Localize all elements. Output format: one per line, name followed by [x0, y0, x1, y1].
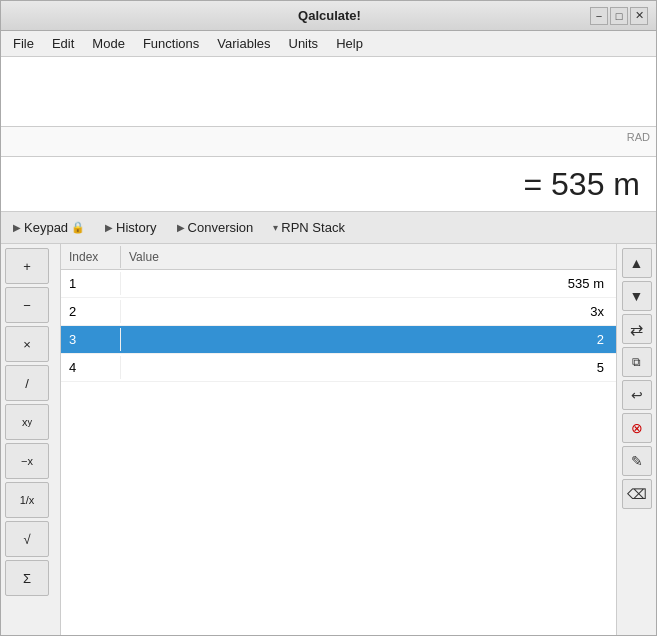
left-panel: + − × / xy −x 1/x √ Σ: [1, 244, 61, 635]
btn-undo[interactable]: ↩: [622, 380, 652, 410]
table-body: 1 535 m 2 3x 3 2 4 5: [61, 270, 616, 635]
table-header: Index Value: [61, 244, 616, 270]
tab-history-label: History: [116, 220, 156, 235]
btn-delete[interactable]: ⌫: [622, 479, 652, 509]
btn-reciprocal[interactable]: 1/x: [5, 482, 49, 518]
table-row[interactable]: 1 535 m: [61, 270, 616, 298]
btn-sqrt[interactable]: √: [5, 521, 49, 557]
main-window: Qalculate! − □ ✕ File Edit Mode Function…: [0, 0, 657, 636]
conversion-arrow: ▶: [177, 222, 185, 233]
rpnstack-arrow: ▾: [273, 222, 278, 233]
table-area: Index Value 1 535 m 2 3x 3 2 4 5: [61, 244, 616, 635]
menu-edit[interactable]: Edit: [44, 33, 82, 54]
cell-value-1: 535 m: [121, 272, 616, 295]
btn-swap[interactable]: ⇄: [622, 314, 652, 344]
cell-value-2: 3x: [121, 300, 616, 323]
cell-value-4: 5: [121, 356, 616, 379]
restore-button[interactable]: □: [610, 7, 628, 25]
window-controls: − □ ✕: [590, 7, 648, 25]
btn-down[interactable]: ▼: [622, 281, 652, 311]
btn-up[interactable]: ▲: [622, 248, 652, 278]
btn-sum[interactable]: Σ: [5, 560, 49, 596]
input-area: [1, 57, 656, 127]
btn-multiply[interactable]: ×: [5, 326, 49, 362]
result-value: = 535 m: [523, 166, 640, 203]
btn-edit[interactable]: ✎: [622, 446, 652, 476]
tab-rpnstack[interactable]: ▾ RPN Stack: [269, 216, 349, 239]
cell-value-3: 2: [121, 328, 616, 351]
menu-variables[interactable]: Variables: [209, 33, 278, 54]
table-row[interactable]: 3 2: [61, 326, 616, 354]
tab-conversion[interactable]: ▶ Conversion: [173, 216, 258, 239]
btn-copy[interactable]: ⧉: [622, 347, 652, 377]
cell-index-4: 4: [61, 356, 121, 379]
table-row[interactable]: 4 5: [61, 354, 616, 382]
btn-negate[interactable]: −x: [5, 443, 49, 479]
keypad-arrow: ▶: [13, 222, 21, 233]
menu-mode[interactable]: Mode: [84, 33, 133, 54]
cell-index-1: 1: [61, 272, 121, 295]
close-button[interactable]: ✕: [630, 7, 648, 25]
btn-minus[interactable]: −: [5, 287, 49, 323]
rad-label: RAD: [627, 131, 650, 143]
expression-input[interactable]: [7, 61, 650, 122]
menu-functions[interactable]: Functions: [135, 33, 207, 54]
menu-units[interactable]: Units: [281, 33, 327, 54]
btn-power[interactable]: xy: [5, 404, 49, 440]
menu-help[interactable]: Help: [328, 33, 371, 54]
btn-divide[interactable]: /: [5, 365, 49, 401]
tab-conversion-label: Conversion: [188, 220, 254, 235]
result-display: = 535 m: [1, 157, 656, 212]
rad-bar: RAD: [1, 127, 656, 157]
window-title: Qalculate!: [69, 8, 590, 23]
cell-index-2: 2: [61, 300, 121, 323]
main-content: + − × / xy −x 1/x √ Σ Index Value 1 535 …: [1, 244, 656, 635]
lock-icon: 🔒: [71, 221, 85, 234]
col-index-header: Index: [61, 246, 121, 268]
cell-index-3: 3: [61, 328, 121, 351]
title-bar: Qalculate! − □ ✕: [1, 1, 656, 31]
tab-history[interactable]: ▶ History: [101, 216, 160, 239]
right-panel: ▲ ▼ ⇄ ⧉ ↩ ⊗ ✎ ⌫: [616, 244, 656, 635]
btn-clear[interactable]: ⊗: [622, 413, 652, 443]
menu-bar: File Edit Mode Functions Variables Units…: [1, 31, 656, 57]
col-value-header: Value: [121, 246, 616, 268]
minimize-button[interactable]: −: [590, 7, 608, 25]
btn-plus[interactable]: +: [5, 248, 49, 284]
tab-keypad-label: Keypad: [24, 220, 68, 235]
menu-file[interactable]: File: [5, 33, 42, 54]
table-row[interactable]: 2 3x: [61, 298, 616, 326]
tabs-bar: ▶ Keypad 🔒 ▶ History ▶ Conversion ▾ RPN …: [1, 212, 656, 244]
tab-rpnstack-label: RPN Stack: [281, 220, 345, 235]
tab-keypad[interactable]: ▶ Keypad 🔒: [9, 216, 89, 239]
history-arrow: ▶: [105, 222, 113, 233]
